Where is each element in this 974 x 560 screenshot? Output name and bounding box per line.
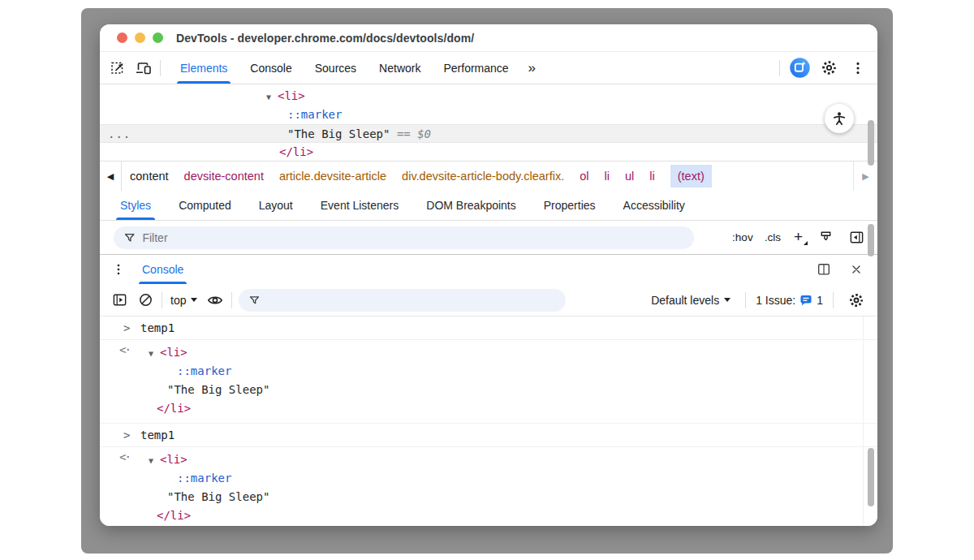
kebab-menu-icon: [112, 263, 125, 276]
tab-layout[interactable]: Layout: [245, 191, 307, 220]
ai-assistance-button[interactable]: [787, 55, 812, 81]
inspect-element-button[interactable]: [105, 55, 131, 81]
returned-value-arrow-icon: <·: [119, 343, 130, 356]
drawer-menu-button[interactable]: [106, 255, 131, 284]
gear-icon: [821, 59, 838, 76]
toolbar-separator: [745, 292, 746, 308]
breadcrumb-item[interactable]: li: [605, 170, 610, 183]
breadcrumb-item[interactable]: devsite-content: [184, 170, 264, 183]
ai-badge-icon: [789, 57, 811, 79]
console-result[interactable]: <· ▼<li> ::marker "The Big Sleep" </li>: [100, 340, 877, 424]
breadcrumb-item[interactable]: content: [130, 170, 169, 183]
breadcrumb-item[interactable]: ul: [625, 170, 634, 183]
new-style-rule-button[interactable]: +: [789, 228, 808, 248]
console-settings-button[interactable]: [843, 287, 869, 313]
panel-tabs: Elements Console Sources Network Perform…: [169, 52, 520, 84]
toggle-hover-state-button[interactable]: :hov: [729, 229, 756, 246]
toolbar-separator: [833, 292, 834, 308]
tab-dom-breakpoints[interactable]: DOM Breakpoints: [412, 191, 529, 220]
console-prompt-icon: >: [123, 317, 130, 340]
toggle-computed-sidebar-button[interactable]: [843, 225, 869, 251]
split-panel-icon: [817, 262, 831, 277]
dom-node-text-selected[interactable]: ..."The Big Sleep" == $0: [100, 124, 877, 143]
close-window-button[interactable]: [117, 32, 127, 43]
returned-value-arrow-icon: <·: [119, 450, 130, 463]
breadcrumb-item[interactable]: article.devsite-article: [279, 170, 386, 183]
breadcrumb-item[interactable]: div.devsite-article-body.clearfix.: [402, 170, 564, 183]
overflow-dots-adorner: ...: [108, 125, 131, 144]
toggle-element-classes-button[interactable]: .cls: [761, 229, 784, 246]
inspect-cursor-icon: [110, 60, 126, 76]
rendering-emulation-button[interactable]: [812, 225, 838, 251]
more-tabs-button[interactable]: »: [520, 60, 543, 76]
drawer-tab-console[interactable]: Console: [131, 255, 195, 284]
filter-funnel-icon: [123, 231, 136, 244]
elements-dom-tree: ▼<li> ::marker ..."The Big Sleep" == $0 …: [100, 84, 877, 161]
tab-event-listeners[interactable]: Event Listeners: [307, 191, 413, 220]
expand-arrow-icon[interactable]: ▼: [266, 88, 278, 106]
close-icon: [850, 263, 863, 276]
breadcrumb-item-selected[interactable]: (text): [670, 165, 712, 187]
console-prompt-icon: >: [123, 424, 130, 447]
dom-breadcrumb-bar: ◀ content devsite-content article.devsit…: [100, 161, 877, 191]
styles-filter-field[interactable]: [114, 226, 694, 249]
device-toolbar-icon: [135, 60, 153, 76]
toolbar-separator: [779, 60, 780, 76]
toolbar-separator: [231, 292, 232, 308]
chevron-down-icon: [191, 298, 197, 302]
elements-scrollbar-thumb[interactable]: [868, 120, 874, 166]
console-toolbar: top Default levels 1 Issue:: [100, 284, 877, 317]
console-scrollbar-thumb[interactable]: [868, 448, 874, 506]
settings-button[interactable]: [816, 55, 842, 81]
chevron-down-icon: [724, 298, 730, 302]
tab-console[interactable]: Console: [239, 52, 303, 84]
breadcrumb-scroll-right-button[interactable]: ▶: [853, 162, 877, 191]
dom-node-marker-pseudo[interactable]: ::marker: [100, 106, 877, 124]
console-command[interactable]: > temp1: [100, 424, 877, 447]
accessibility-shortcut-button[interactable]: [825, 104, 854, 133]
kebab-menu-icon: [851, 61, 865, 75]
devtools-menu-button[interactable]: [845, 55, 871, 81]
console-filter-input[interactable]: [268, 294, 557, 307]
console-result[interactable]: <· ▼<li> ::marker "The Big Sleep" </li>: [100, 447, 877, 526]
filter-funnel-icon: [248, 294, 261, 307]
create-live-expression-button[interactable]: [202, 287, 228, 313]
tab-properties[interactable]: Properties: [530, 191, 610, 220]
clear-console-button[interactable]: [132, 287, 158, 313]
dom-node-li-close[interactable]: </li>: [100, 143, 877, 162]
console-command[interactable]: > temp1: [100, 317, 877, 340]
zoom-window-button[interactable]: [153, 32, 163, 43]
dock-side-button[interactable]: [811, 256, 837, 282]
close-drawer-button[interactable]: [843, 256, 869, 282]
tab-sources[interactable]: Sources: [304, 52, 368, 84]
window-title: DevTools - developer.chrome.com/docs/dev…: [176, 32, 474, 45]
tab-computed[interactable]: Computed: [165, 191, 245, 220]
tab-performance[interactable]: Performance: [432, 52, 519, 84]
styles-filter-input[interactable]: [142, 231, 684, 244]
breadcrumb-scroll-left-button[interactable]: ◀: [100, 162, 122, 191]
tab-accessibility[interactable]: Accessibility: [610, 191, 699, 220]
execution-context-selector[interactable]: top: [166, 294, 202, 307]
breadcrumb-item[interactable]: ol: [580, 170, 588, 183]
accessibility-person-icon: [831, 110, 847, 127]
devtools-toolbar: Elements Console Sources Network Perform…: [100, 52, 877, 84]
expand-arrow-icon[interactable]: ▼: [149, 451, 160, 470]
tab-elements[interactable]: Elements: [169, 52, 239, 84]
dom-node-li-open[interactable]: ▼<li>: [100, 87, 877, 106]
issues-counter-button[interactable]: 1 Issue: 1: [756, 294, 823, 307]
tab-network[interactable]: Network: [368, 52, 432, 84]
log-levels-selector[interactable]: Default levels: [646, 294, 735, 307]
toggle-console-sidebar-button[interactable]: [106, 287, 132, 313]
expand-arrow-icon[interactable]: ▼: [149, 344, 160, 363]
breadcrumb-item[interactable]: li: [649, 170, 654, 183]
console-filter-field[interactable]: [239, 289, 566, 312]
sidebar-panel-right-arrow-icon: [112, 292, 127, 308]
styles-scrollbar-thumb[interactable]: [868, 224, 874, 256]
tab-styles[interactable]: Styles: [106, 191, 165, 220]
sidebar-panel-left-arrow-icon: [849, 230, 864, 245]
issues-message-icon: [799, 294, 812, 307]
console-messages: > temp1 <· ▼<li> ::marker "The Big Sleep…: [100, 317, 877, 526]
minimize-window-button[interactable]: [135, 32, 145, 43]
title-bar: DevTools - developer.chrome.com/docs/dev…: [100, 24, 877, 52]
toggle-device-toolbar-button[interactable]: [131, 55, 157, 81]
